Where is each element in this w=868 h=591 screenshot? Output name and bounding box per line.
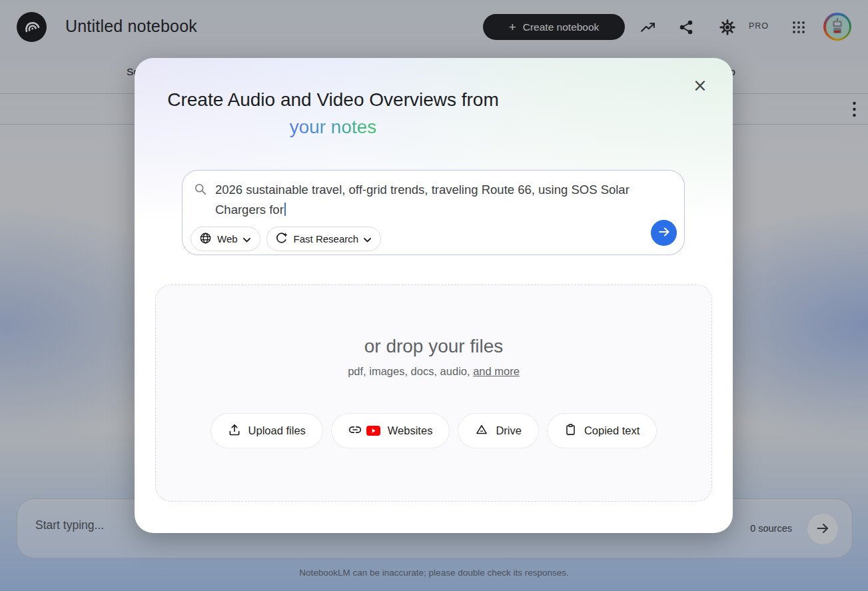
- research-query-box[interactable]: 2026 sustainable travel, off-grid trends…: [182, 170, 685, 255]
- drive-label: Drive: [496, 424, 522, 437]
- notebook-title[interactable]: Untitled notebook: [65, 17, 197, 36]
- kebab-menu-icon[interactable]: [847, 100, 861, 119]
- dropzone-subtext: pdf, images, docs, audio, and more: [348, 365, 520, 378]
- source-type-dropdown[interactable]: Web: [191, 227, 260, 251]
- drive-button[interactable]: Drive: [458, 414, 538, 448]
- create-notebook-label: Create notebook: [523, 21, 600, 33]
- text-cursor: [284, 203, 286, 216]
- analytics-trending-icon[interactable]: [639, 19, 656, 36]
- source-buttons-row: Upload files Websites: [211, 414, 657, 448]
- plus-icon: +: [509, 20, 516, 35]
- globe-icon: [199, 232, 212, 247]
- copied-text-button[interactable]: Copied text: [548, 414, 656, 448]
- research-mode-value: Fast Research: [294, 233, 359, 245]
- notebooklm-logo-icon: [23, 17, 41, 37]
- create-overview-dialog: × Create Audio and Video Overviews from …: [135, 58, 733, 533]
- dialog-title: Create Audio and Video Overviews from yo…: [153, 86, 514, 141]
- dropzone-heading: or drop your files: [364, 336, 504, 357]
- search-icon: [193, 182, 207, 199]
- research-mode-dropdown[interactable]: Fast Research: [266, 227, 382, 251]
- dialog-title-line1: Create Audio and Video Overviews from: [167, 89, 499, 110]
- chevron-down-icon: [364, 233, 371, 245]
- dialog-title-line2: your notes: [290, 117, 377, 137]
- account-avatar[interactable]: [823, 13, 851, 41]
- upload-files-label: Upload files: [248, 424, 306, 437]
- notebooklm-logo[interactable]: [17, 12, 47, 42]
- upload-icon: [228, 423, 241, 439]
- pro-badge: PRO: [749, 21, 769, 31]
- top-app-bar: Untitled notebook + Create notebook: [0, 0, 868, 53]
- websites-button[interactable]: Websites: [332, 414, 450, 448]
- query-text: 2026 sustainable travel, off-grid trends…: [215, 183, 630, 217]
- avatar-robot-image: [826, 15, 849, 39]
- fast-research-icon: [275, 231, 288, 247]
- clipboard-icon: [564, 423, 577, 439]
- create-notebook-button[interactable]: + Create notebook: [483, 14, 625, 40]
- websites-label: Websites: [388, 424, 433, 437]
- notebooklm-app: Untitled notebook + Create notebook: [0, 0, 868, 591]
- upload-files-button[interactable]: Upload files: [211, 414, 322, 448]
- sources-count: 0 sources: [750, 523, 792, 534]
- close-icon[interactable]: ×: [690, 75, 710, 95]
- copied-text-label: Copied text: [584, 424, 640, 437]
- drive-icon: [475, 423, 488, 439]
- apps-grid-icon[interactable]: [790, 19, 807, 36]
- arrow-right-icon: [815, 520, 831, 538]
- submit-query-button[interactable]: [651, 220, 677, 246]
- disclaimer-text: NotebookLM can be inaccurate; please dou…: [0, 568, 868, 578]
- youtube-icon: [366, 426, 380, 436]
- share-icon[interactable]: [677, 19, 695, 36]
- chat-input-placeholder[interactable]: Start typing...: [35, 518, 104, 532]
- settings-gear-icon[interactable]: [719, 19, 736, 36]
- chat-send-button[interactable]: [807, 514, 838, 544]
- query-input[interactable]: 2026 sustainable travel, off-grid trends…: [215, 180, 642, 220]
- arrow-right-icon: [657, 225, 671, 241]
- and-more-link[interactable]: and more: [473, 365, 520, 377]
- file-drop-zone[interactable]: or drop your files pdf, images, docs, au…: [155, 285, 712, 502]
- source-type-value: Web: [217, 233, 238, 245]
- link-icon: [348, 423, 362, 439]
- chevron-down-icon: [243, 233, 250, 245]
